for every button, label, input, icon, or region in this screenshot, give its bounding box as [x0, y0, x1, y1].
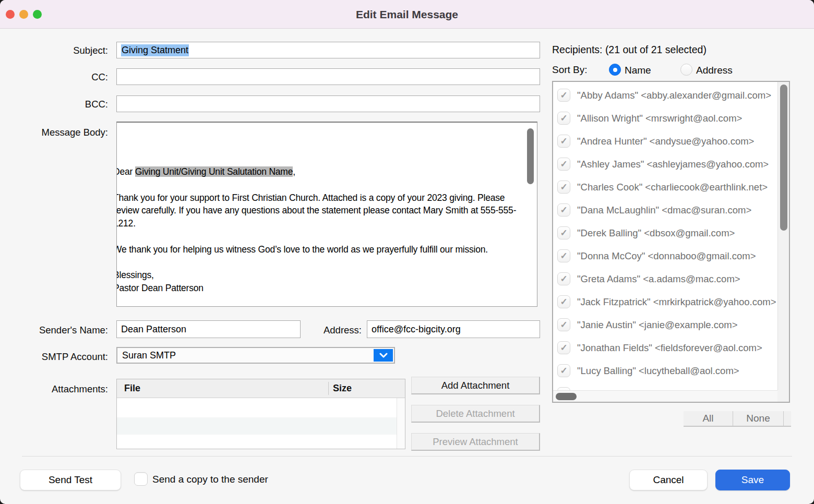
recipient-checkbox[interactable]: ✓ — [557, 89, 570, 102]
recipient-row[interactable]: ✓ "Derek Balling" <dbsox@gmail.com> — [553, 222, 777, 245]
close-window-button[interactable] — [6, 10, 15, 19]
sort-by-name-label[interactable]: Name — [625, 65, 651, 76]
attachments-label: Attachments: — [0, 383, 108, 395]
segment-stub — [784, 411, 791, 426]
footer-divider — [22, 456, 792, 457]
recipient-checkbox[interactable]: ✓ — [557, 295, 570, 308]
subject-selected-text: Giving Statment — [121, 44, 189, 56]
send-copy-checkbox-label[interactable]: Send a copy to the sender — [152, 474, 268, 485]
recipient-label: "Ashley James" <ashleyjames@yahoo.com> — [577, 159, 777, 170]
recipient-row[interactable]: ✓ "Janie Austin" <janie@example.com> — [553, 314, 777, 337]
recipient-checkbox[interactable]: ✓ — [557, 249, 570, 262]
attachments-table-body[interactable] — [117, 398, 397, 449]
closing-line-2: Pastor Dean Patterson — [116, 282, 523, 295]
recipient-row[interactable]: ✓ "Jack Fitzpatrick" <mrkirkpatrick@yaho… — [553, 291, 777, 314]
recipient-checkbox[interactable]: ✓ — [557, 112, 570, 125]
sort-by-address-radio[interactable] — [680, 64, 692, 76]
window-title: Edit Email Message — [0, 0, 814, 29]
recipient-label: "Andrea Hunter" <andysue@yahoo.com> — [577, 136, 777, 147]
recipient-row[interactable]: ✓ "Dana McLaughlin" <dmac@suran.com> — [553, 199, 777, 222]
attachments-table-header: File Size — [117, 379, 405, 398]
closing-line-1: Blessings, — [116, 269, 523, 282]
smtp-account-label: SMTP Account: — [0, 351, 108, 363]
recipient-label: "Charles Cook" <charliecook@earthlink.ne… — [577, 182, 777, 193]
recipient-row[interactable]: ✓ "Jonathan Fields" <fieldsforever@aol.c… — [553, 337, 777, 360]
delete-attachment-button[interactable]: Delete Attachment — [411, 405, 540, 423]
greeting-line: Dear Giving Unit/Giving Unit Salutation … — [116, 165, 523, 178]
address-input[interactable]: office@fcc-bigcity.org — [367, 320, 540, 338]
recipient-label: "Donna McCoy" <donnaboo@gmail.com> — [577, 250, 777, 262]
recipients-vertical-scrollbar[interactable] — [777, 82, 789, 390]
recipients-horizontal-scrollbar[interactable] — [553, 390, 777, 402]
message-body-text: Dear Giving Unit/Giving Unit Salutation … — [116, 165, 523, 295]
recipient-row[interactable]: ✓ "Allison Wright" <mrswright@aol.com> — [553, 107, 777, 130]
recipient-checkbox[interactable]: ✓ — [557, 318, 570, 331]
message-body-editor[interactable]: Dear Giving Unit/Giving Unit Salutation … — [116, 122, 537, 307]
sort-by-name-radio[interactable] — [609, 64, 621, 76]
recipient-label: "Jonathan Fields" <fieldsforever@aol.com… — [577, 342, 777, 354]
sender-name-label: Sender's Name: — [0, 325, 108, 336]
recipient-checkbox[interactable]: ✓ — [557, 203, 570, 217]
select-none-button[interactable]: None — [733, 411, 784, 426]
sort-by-address-label[interactable]: Address — [696, 65, 733, 76]
address-label: Address: — [257, 325, 362, 336]
recipient-label: "Lucy Balling" <lucytheball@aol.com> — [577, 365, 777, 377]
zoom-window-button[interactable] — [33, 10, 42, 19]
recipient-checkbox[interactable]: ✓ — [557, 364, 570, 377]
recipient-row[interactable]: ✓ "Andrea Hunter" <andysue@yahoo.com> — [553, 130, 777, 153]
add-attachment-button[interactable]: Add Attachment — [411, 377, 540, 394]
recipient-row[interactable]: ✓ "Ashley James" <ashleyjames@yahoo.com> — [553, 153, 777, 176]
address-value: office@fcc-bigcity.org — [372, 324, 461, 335]
recipient-row[interactable]: ✓ "Abby Adams" <abby.alexander@gmail.com… — [553, 85, 777, 107]
minimize-window-button[interactable] — [19, 10, 28, 19]
cancel-button[interactable]: Cancel — [629, 470, 708, 490]
sort-by-label: Sort By: — [552, 64, 588, 76]
recipient-checkbox[interactable]: ✓ — [557, 158, 570, 171]
body-paragraph-1: Thank you for your support to First Chri… — [116, 191, 523, 230]
recipient-checkbox[interactable]: ✓ — [557, 226, 570, 239]
recipient-checkbox[interactable]: ✓ — [557, 341, 570, 354]
recipients-horizontal-scrollbar-thumb[interactable] — [556, 393, 577, 400]
preview-attachment-button[interactable]: Preview Attachment — [411, 433, 540, 451]
smtp-dropdown-button[interactable] — [374, 349, 393, 362]
cc-input[interactable] — [116, 68, 540, 85]
recipient-row[interactable]: ✓ "Donna McCoy" <donnaboo@gmail.com> — [553, 245, 777, 268]
size-column-header[interactable]: Size — [333, 383, 352, 394]
save-button[interactable]: Save — [715, 470, 790, 490]
subject-input[interactable]: Giving Statment — [116, 42, 540, 58]
scrollbar-corner — [777, 390, 789, 402]
recipient-label: "Abby Adams" <abby.alexander@gmail.com> — [577, 90, 777, 101]
recipient-row[interactable]: ✓ "Charles Cook" <charliecook@earthlink.… — [553, 176, 777, 199]
select-all-button[interactable]: All — [684, 411, 733, 426]
recipient-row-partial[interactable] — [553, 383, 777, 390]
recipient-label: "Greta Adams" <a.adams@mac.com> — [577, 273, 777, 285]
attachments-table-scrollbar[interactable] — [397, 398, 405, 449]
chevron-down-icon — [379, 353, 388, 358]
file-column-header[interactable]: File — [124, 383, 140, 394]
salutation-token: Giving Unit/Giving Unit Salutation Name — [135, 166, 293, 177]
body-paragraph-2: We thank you for helping us witness God’… — [116, 243, 523, 256]
recipient-label: "Jack Fitzpatrick" <mrkirkpatrick@yahoo.… — [577, 296, 777, 308]
recipients-items[interactable]: ✓ "Abby Adams" <abby.alexander@gmail.com… — [553, 82, 777, 390]
recipient-checkbox[interactable]: ✓ — [557, 135, 570, 148]
edit-email-message-dialog: Edit Email Message Subject: Giving Statm… — [0, 0, 814, 504]
message-body-scrollbar[interactable] — [527, 128, 534, 184]
recipients-vertical-scrollbar-thumb[interactable] — [780, 85, 787, 231]
bcc-input[interactable] — [116, 95, 540, 112]
recipient-row[interactable]: ✓ "Lucy Balling" <lucytheball@aol.com> — [553, 360, 777, 383]
bcc-label: BCC: — [0, 99, 108, 110]
attachments-table[interactable]: File Size — [116, 379, 405, 449]
smtp-account-dropdown[interactable]: Suran SMTP — [116, 347, 395, 364]
send-test-button[interactable]: Send Test — [20, 470, 121, 490]
send-copy-checkbox[interactable] — [134, 472, 148, 486]
subject-label: Subject: — [0, 45, 108, 56]
cc-label: CC: — [0, 71, 108, 83]
recipients-title: Recipients: (21 out of 21 selected) — [552, 44, 707, 56]
recipients-list: ✓ "Abby Adams" <abby.alexander@gmail.com… — [552, 81, 790, 403]
recipient-row[interactable]: ✓ "Greta Adams" <a.adams@mac.com> — [553, 268, 777, 291]
recipient-checkbox[interactable]: ✓ — [557, 181, 570, 194]
message-body-label: Message Body: — [0, 127, 108, 138]
smtp-account-value: Suran SMTP — [122, 350, 176, 361]
recipient-checkbox[interactable]: ✓ — [557, 272, 570, 285]
sender-name-value: Dean Patterson — [121, 324, 186, 335]
